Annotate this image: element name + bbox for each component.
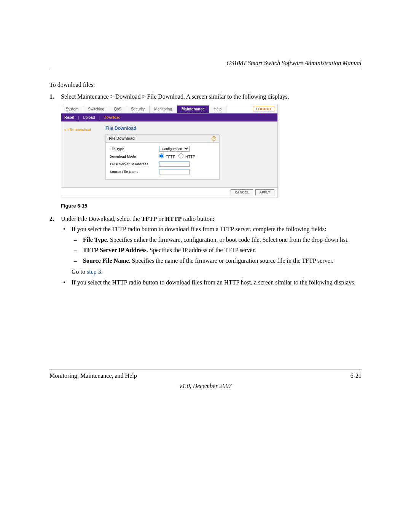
source-file-input[interactable] bbox=[159, 169, 190, 174]
footer-page: 6-21 bbox=[350, 372, 362, 380]
http-radio-label: HTTP bbox=[185, 155, 195, 159]
tftp-radio-label: TFTP bbox=[166, 155, 175, 159]
cancel-button[interactable]: CANCEL bbox=[231, 189, 253, 195]
figure-caption: Figure 6-15 bbox=[61, 203, 362, 209]
subnav-sep: | bbox=[78, 115, 79, 120]
tab-security[interactable]: Security bbox=[126, 105, 150, 113]
subnav-download[interactable]: Download bbox=[104, 115, 120, 120]
footer-rule bbox=[49, 369, 362, 369]
panel-box: File Download ? File Type Configuration bbox=[105, 134, 220, 180]
tab-system[interactable]: System bbox=[61, 105, 83, 113]
side-nav: v File Download bbox=[64, 125, 102, 180]
tab-help[interactable]: Help bbox=[209, 105, 227, 113]
goto-step3: Go to step 3. bbox=[72, 268, 349, 276]
tftp-radio[interactable] bbox=[159, 153, 164, 158]
apply-button[interactable]: APPLY bbox=[255, 189, 274, 195]
main-panel: File Download File Download ? File Type … bbox=[105, 125, 274, 180]
main-tabbar: System Switching QoS Security Monitoring… bbox=[61, 105, 277, 113]
page-header: GS108T Smart Switch Software Administrat… bbox=[49, 59, 362, 67]
panel-body: File Type Configuration Download Mode bbox=[106, 143, 219, 179]
tab-maintenance[interactable]: Maintenance bbox=[177, 105, 209, 113]
step-2-number: 2. bbox=[49, 215, 61, 289]
step-3-link[interactable]: step 3 bbox=[87, 268, 101, 275]
download-mode-label: Download Mode bbox=[110, 154, 159, 159]
footer-bar: CANCEL APPLY bbox=[61, 187, 277, 197]
sub-nav: Reset | Upload | Download bbox=[61, 113, 277, 122]
dash-tftp-ip: TFTP Server IP Address. Specifies the IP… bbox=[72, 246, 349, 254]
step-2: 2. Under File Download, select the TFTP … bbox=[49, 215, 362, 289]
step-1-number: 1. bbox=[49, 93, 61, 101]
footer-section: Monitoring, Maintenance, and Help bbox=[49, 372, 137, 380]
figure-screenshot: System Switching QoS Security Monitoring… bbox=[61, 105, 362, 197]
switch-ui: System Switching QoS Security Monitoring… bbox=[61, 105, 278, 197]
panel-box-header: File Download ? bbox=[106, 135, 219, 143]
chevron-down-icon: v bbox=[64, 128, 66, 132]
tftp-ip-input[interactable] bbox=[159, 161, 190, 167]
tab-qos[interactable]: QoS bbox=[109, 105, 126, 113]
panel-box-title: File Download bbox=[109, 136, 135, 141]
tftp-ip-label: TFTP Server IP Address bbox=[110, 162, 159, 166]
file-type-select[interactable]: Configuration bbox=[159, 146, 190, 152]
footer-version: v1.0, December 2007 bbox=[49, 382, 362, 390]
row-ip: TFTP Server IP Address bbox=[110, 160, 215, 168]
http-radio[interactable] bbox=[178, 153, 183, 158]
row-download-mode: Download Mode TFTP HTTP bbox=[110, 153, 215, 160]
logout-button[interactable]: LOGOUT bbox=[253, 106, 276, 112]
subnav-reset[interactable]: Reset bbox=[64, 115, 74, 120]
bullet-http: If you select the HTTP radio button to d… bbox=[61, 278, 362, 287]
step-1: 1. Select Maintenance > Download > File … bbox=[49, 93, 362, 101]
tab-monitoring[interactable]: Monitoring bbox=[150, 105, 177, 113]
step-2-text: Under File Download, select the TFTP or … bbox=[61, 215, 362, 223]
source-file-label: Source File Name bbox=[110, 169, 159, 174]
content-area: v File Download File Download File Downl… bbox=[61, 121, 277, 187]
subnav-upload[interactable]: Upload bbox=[83, 115, 95, 120]
bullet-tftp: If you select the TFTP radio button to d… bbox=[61, 225, 362, 276]
page-footer: Monitoring, Maintenance, and Help 6-21 v… bbox=[49, 369, 362, 390]
dash-file-type: File Type. Specifies either the firmware… bbox=[72, 236, 349, 244]
row-src: Source File Name bbox=[110, 168, 215, 176]
download-mode-controls: TFTP HTTP bbox=[159, 153, 215, 160]
sidenav-file-download[interactable]: v File Download bbox=[64, 128, 102, 133]
step-1-text: Select Maintenance > Download > File Dow… bbox=[61, 93, 362, 101]
row-file-type: File Type Configuration bbox=[110, 145, 215, 153]
tab-switching[interactable]: Switching bbox=[83, 105, 109, 113]
dash-source-file: Source File Name. Specifies the name of … bbox=[72, 257, 349, 265]
header-rule bbox=[49, 70, 362, 70]
intro-text: To download files: bbox=[49, 81, 362, 89]
panel-title: File Download bbox=[105, 125, 274, 131]
help-icon[interactable]: ? bbox=[212, 136, 216, 141]
file-type-label: File Type bbox=[110, 147, 159, 151]
subnav-sep: | bbox=[99, 115, 100, 120]
sidenav-label: File Download bbox=[68, 128, 91, 132]
